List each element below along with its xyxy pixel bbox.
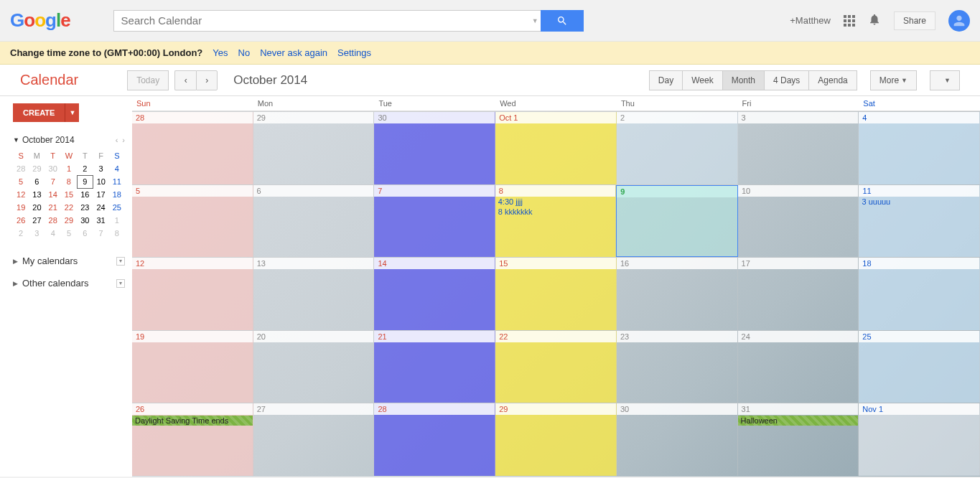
search-input[interactable] bbox=[113, 10, 530, 32]
day-cell[interactable]: 84:30 jjjj8 kkkkkkk bbox=[495, 185, 617, 258]
mini-day[interactable]: 15 bbox=[61, 188, 77, 201]
search-dropdown-icon[interactable]: ▼ bbox=[530, 10, 541, 32]
next-button[interactable]: › bbox=[196, 70, 218, 90]
day-cell[interactable]: 20 bbox=[253, 331, 375, 403]
mini-day[interactable]: 8 bbox=[61, 175, 77, 188]
view-agenda[interactable]: Agenda bbox=[808, 70, 857, 90]
day-cell[interactable]: 18 bbox=[859, 258, 980, 330]
mini-day[interactable]: 14 bbox=[45, 188, 61, 201]
event[interactable]: 8 kkkkkkk bbox=[495, 207, 616, 217]
day-cell[interactable]: 3 bbox=[738, 112, 859, 184]
mini-day[interactable]: 29 bbox=[61, 214, 77, 227]
tz-yes-link[interactable]: Yes bbox=[213, 47, 228, 58]
create-button[interactable]: CREATE bbox=[13, 103, 65, 122]
day-cell[interactable]: 2 bbox=[617, 112, 738, 184]
settings-button[interactable]: ▼ bbox=[930, 70, 960, 90]
mini-day[interactable]: 7 bbox=[45, 175, 61, 188]
day-cell[interactable]: 17 bbox=[738, 258, 859, 330]
day-cell[interactable]: 25 bbox=[859, 331, 980, 403]
mini-day[interactable]: 2 bbox=[77, 162, 93, 175]
mini-day[interactable]: 25 bbox=[109, 201, 125, 214]
mini-day[interactable]: 17 bbox=[93, 188, 108, 201]
mini-day[interactable]: 29 bbox=[29, 162, 45, 175]
other-calendars-section[interactable]: ▶ Other calendars ▾ bbox=[13, 272, 125, 294]
google-logo[interactable]: Google bbox=[10, 9, 70, 32]
apps-icon[interactable] bbox=[844, 15, 855, 27]
mini-day[interactable]: 16 bbox=[77, 188, 93, 201]
day-cell[interactable]: 22 bbox=[495, 331, 617, 403]
mini-day[interactable]: 6 bbox=[29, 175, 45, 188]
today-button[interactable]: Today bbox=[127, 70, 169, 90]
mini-day[interactable]: 27 bbox=[29, 214, 45, 227]
day-cell[interactable]: 30 bbox=[617, 403, 738, 476]
day-cell[interactable]: 28 bbox=[374, 403, 495, 476]
view-month[interactable]: Month bbox=[722, 70, 764, 90]
mini-day[interactable]: 18 bbox=[109, 188, 125, 201]
event[interactable]: Daylight Saving Time ends bbox=[132, 416, 253, 426]
day-cell[interactable]: Nov 1 bbox=[859, 403, 980, 476]
mini-day[interactable]: 12 bbox=[13, 188, 29, 201]
notifications-icon[interactable] bbox=[868, 13, 881, 29]
day-cell[interactable]: 16 bbox=[617, 258, 738, 330]
share-button[interactable]: Share bbox=[894, 11, 935, 30]
mini-day[interactable]: 4 bbox=[109, 162, 125, 175]
day-cell[interactable]: 4 bbox=[859, 112, 980, 184]
day-cell[interactable]: 5 bbox=[132, 185, 253, 258]
mini-day[interactable]: 4 bbox=[45, 227, 61, 240]
mini-day[interactable]: 28 bbox=[13, 162, 29, 175]
day-cell[interactable]: 13 bbox=[253, 258, 375, 330]
day-cell[interactable]: 24 bbox=[738, 331, 859, 403]
day-cell[interactable]: 23 bbox=[617, 331, 738, 403]
prev-button[interactable]: ‹ bbox=[174, 70, 196, 90]
search-button[interactable] bbox=[541, 10, 584, 32]
mini-day[interactable]: 5 bbox=[13, 175, 29, 188]
day-cell[interactable]: 28 bbox=[132, 112, 253, 184]
mini-day[interactable]: 31 bbox=[93, 214, 108, 227]
day-cell[interactable]: 30 bbox=[374, 112, 495, 184]
avatar[interactable] bbox=[948, 10, 970, 32]
mini-day[interactable]: 5 bbox=[61, 227, 77, 240]
day-cell[interactable]: 26Daylight Saving Time ends bbox=[132, 403, 253, 476]
mini-day[interactable]: 7 bbox=[93, 227, 108, 240]
mini-day[interactable]: 24 bbox=[93, 201, 108, 214]
mini-day[interactable]: 28 bbox=[45, 214, 61, 227]
day-cell[interactable]: Oct 1 bbox=[495, 112, 617, 184]
day-cell[interactable]: 6 bbox=[253, 185, 375, 258]
day-cell[interactable]: 27 bbox=[253, 403, 375, 476]
mini-day[interactable]: 23 bbox=[77, 201, 93, 214]
day-cell[interactable]: 31Halloween bbox=[738, 403, 859, 476]
day-cell[interactable]: 21 bbox=[374, 331, 495, 403]
mini-day[interactable]: 19 bbox=[13, 201, 29, 214]
day-cell[interactable]: 14 bbox=[374, 258, 495, 330]
mini-day[interactable]: 1 bbox=[109, 214, 125, 227]
mini-calendar[interactable]: SMTWTFS282930123456789101112131415161718… bbox=[13, 149, 125, 240]
my-calendars-section[interactable]: ▶ My calendars ▾ bbox=[13, 250, 125, 272]
mini-day[interactable]: 30 bbox=[45, 162, 61, 175]
mini-day[interactable]: 20 bbox=[29, 201, 45, 214]
day-cell[interactable]: 29 bbox=[495, 403, 617, 476]
tz-no-link[interactable]: No bbox=[238, 47, 251, 58]
mini-day[interactable]: 30 bbox=[77, 214, 93, 227]
mini-day[interactable]: 21 bbox=[45, 201, 61, 214]
view-week[interactable]: Week bbox=[682, 70, 722, 90]
tz-settings-link[interactable]: Settings bbox=[337, 47, 371, 58]
event[interactable]: Halloween bbox=[738, 416, 859, 426]
event[interactable]: 4:30 jjjj bbox=[495, 197, 616, 207]
tz-never-link[interactable]: Never ask again bbox=[260, 47, 327, 58]
dropdown-icon[interactable]: ▾ bbox=[116, 257, 125, 266]
mini-day[interactable]: 2 bbox=[13, 227, 29, 240]
more-button[interactable]: More▼ bbox=[870, 70, 917, 90]
mini-day[interactable]: 8 bbox=[109, 227, 125, 240]
day-cell[interactable]: 29 bbox=[253, 112, 375, 184]
create-dropdown[interactable]: ▼ bbox=[65, 103, 79, 122]
mini-day[interactable]: 6 bbox=[77, 227, 93, 240]
mini-day[interactable]: 3 bbox=[93, 162, 108, 175]
mini-day[interactable]: 26 bbox=[13, 214, 29, 227]
day-cell[interactable]: 7 bbox=[374, 185, 495, 258]
mini-day[interactable]: 9 bbox=[77, 175, 93, 188]
view-4days[interactable]: 4 Days bbox=[764, 70, 808, 90]
mini-prev-icon[interactable]: ‹ bbox=[116, 136, 118, 144]
caret-down-icon[interactable]: ▼ bbox=[13, 136, 19, 144]
mini-day[interactable]: 22 bbox=[61, 201, 77, 214]
day-cell[interactable]: 12 bbox=[132, 258, 253, 330]
